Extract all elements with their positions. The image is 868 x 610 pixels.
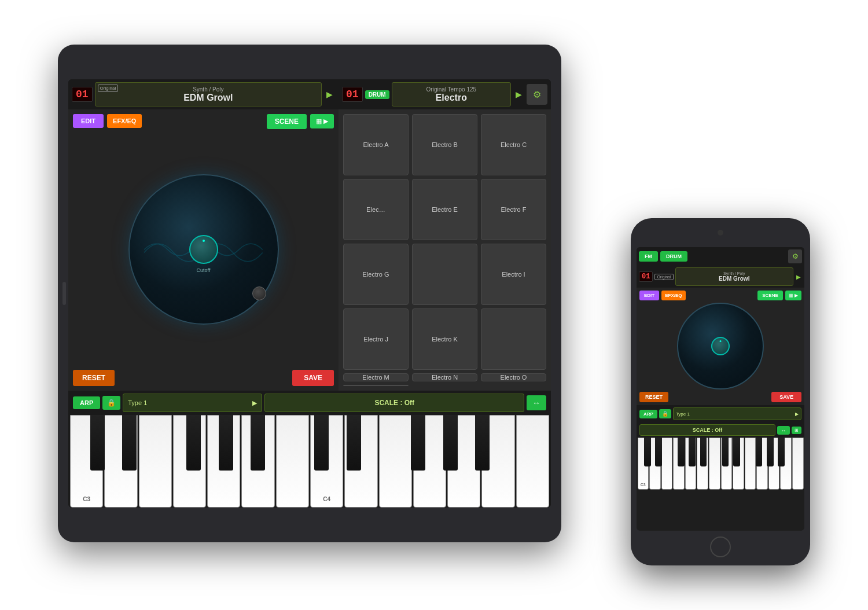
drum-pad-p[interactable] bbox=[343, 385, 409, 386]
edit-button[interactable]: EDIT bbox=[73, 114, 104, 128]
side-knob[interactable] bbox=[252, 286, 266, 300]
phone-piano[interactable]: C3 bbox=[637, 438, 804, 490]
phone-edit-button[interactable]: EDIT bbox=[639, 291, 659, 300]
phone-key-e3[interactable] bbox=[661, 438, 673, 490]
phone-key-fs4[interactable] bbox=[756, 438, 763, 466]
settings-button[interactable]: ⚙ bbox=[527, 84, 547, 105]
phone-reset-button[interactable]: RESET bbox=[639, 392, 668, 402]
scene-button[interactable]: SCENE bbox=[267, 114, 307, 129]
phone-scene-button[interactable]: SCENE bbox=[757, 291, 783, 300]
phone-next-arrow[interactable]: ▶ bbox=[795, 274, 802, 280]
key-cs3[interactable] bbox=[90, 415, 105, 471]
key-as4[interactable] bbox=[475, 415, 490, 471]
phone-scale-display[interactable]: SCALE : Off bbox=[639, 424, 775, 436]
cutoff-knob[interactable]: Cutoff bbox=[189, 235, 218, 264]
drum-pad-f[interactable]: Electro F bbox=[481, 179, 546, 240]
key-cs4[interactable] bbox=[314, 415, 329, 471]
phone-cutoff-knob[interactable] bbox=[711, 337, 730, 355]
reset-button[interactable]: RESET bbox=[73, 370, 115, 386]
synth-patch-name: EDM Growl bbox=[183, 93, 233, 103]
phone-key-ds4[interactable] bbox=[733, 438, 740, 466]
phone-lock-button[interactable]: 🔒 bbox=[659, 409, 671, 418]
phone-patch-name: EDM Growl bbox=[719, 275, 749, 282]
tablet-piano[interactable]: C3 C4 bbox=[68, 415, 551, 508]
drum-pad-g[interactable]: Electro G bbox=[343, 244, 409, 305]
phone-key-gs4[interactable] bbox=[767, 438, 774, 466]
key-ds4[interactable] bbox=[347, 415, 361, 471]
efxeq-button[interactable]: EFX/EQ bbox=[107, 114, 142, 128]
synth-patch-type: Synth / Poly bbox=[193, 86, 223, 93]
phone-key-b3[interactable] bbox=[709, 438, 720, 490]
phone-key-e4[interactable] bbox=[745, 438, 756, 490]
phone-key-cs3[interactable] bbox=[644, 438, 651, 466]
synth-panel: EDIT EFX/EQ SCENE ▦ ▶ bbox=[68, 109, 339, 391]
drum-pad-d[interactable]: Elec… bbox=[343, 179, 409, 240]
drum-pad-i[interactable]: Electro I bbox=[481, 244, 546, 305]
phone-type-label: Type 1 bbox=[676, 411, 690, 417]
save-button[interactable]: SAVE bbox=[292, 370, 334, 386]
type-selector[interactable]: Type 1 ▶ bbox=[123, 394, 262, 412]
tablet-drum-header: 01 DRUM Original Tempo 125 Electro ▶ ⚙ bbox=[339, 79, 551, 109]
drum-pad-k[interactable]: Electro K bbox=[412, 308, 477, 370]
c3-label: C3 bbox=[83, 496, 90, 502]
lock-button[interactable]: 🔒 bbox=[102, 396, 120, 410]
key-e3[interactable] bbox=[139, 415, 172, 508]
key-as3[interactable] bbox=[251, 415, 265, 471]
phone-arp-bar: ARP 🔒 Type 1 ▶ bbox=[637, 405, 804, 422]
phone-scale-bar: SCALE : Off ↔ ⊞ bbox=[637, 422, 804, 438]
key-e4[interactable] bbox=[379, 415, 412, 508]
phone-key-fs3[interactable] bbox=[678, 438, 685, 466]
synth-patch-number: 01 bbox=[72, 87, 93, 102]
type-label: Type 1 bbox=[128, 399, 147, 406]
drum-pad-b[interactable]: Electro B bbox=[412, 114, 477, 175]
drum-pad-n[interactable]: Electro N bbox=[412, 373, 477, 381]
phone-top-buttons: EDIT EFX/EQ SCENE ▦ ▶ bbox=[639, 291, 801, 300]
fm-button[interactable]: FM bbox=[639, 251, 658, 262]
phone-grid-button[interactable]: ⊞ bbox=[792, 427, 801, 434]
key-gs3[interactable] bbox=[219, 415, 233, 471]
key-fs4[interactable] bbox=[411, 415, 425, 471]
phone-seq-button[interactable]: ▦ ▶ bbox=[785, 291, 801, 300]
phone-save-button[interactable]: SAVE bbox=[771, 392, 801, 402]
phone-key-cs4[interactable] bbox=[722, 438, 729, 466]
drum-pad-e[interactable]: Electro E bbox=[412, 179, 477, 240]
tablet-app: 01 Original Synth / Poly EDM Growl ▶ 01 … bbox=[68, 79, 551, 508]
drum-pad-a[interactable]: Electro A bbox=[343, 114, 409, 175]
tablet-header-row: 01 Original Synth / Poly EDM Growl ▶ 01 … bbox=[68, 79, 551, 109]
synth-next-arrow[interactable]: ▶ bbox=[324, 90, 335, 99]
phone-type-selector[interactable]: Type 1 ▶ bbox=[673, 407, 801, 420]
phone-arrows-button[interactable]: ↔ bbox=[777, 426, 790, 435]
phone-key-as4[interactable] bbox=[778, 438, 785, 466]
phone-knob-dot bbox=[720, 340, 722, 342]
phone-synth-panel: EDIT EFX/EQ SCENE ▦ ▶ RESET SAVE bbox=[637, 288, 804, 405]
synth-top-buttons: EDIT EFX/EQ SCENE ▦ ▶ bbox=[73, 114, 334, 129]
drum-pad-c[interactable]: Electro C bbox=[481, 114, 546, 175]
phone-settings-button[interactable]: ⚙ bbox=[788, 249, 802, 263]
arp-button[interactable]: ARP bbox=[73, 396, 100, 409]
drum-mode-button[interactable]: DRUM bbox=[660, 251, 687, 262]
phone-disc[interactable] bbox=[677, 303, 764, 389]
scale-display[interactable]: SCALE : Off bbox=[264, 394, 524, 412]
phone-key-as3[interactable] bbox=[700, 438, 707, 466]
phone-key-b4[interactable] bbox=[792, 438, 804, 490]
phone-key-gs3[interactable] bbox=[689, 438, 696, 466]
key-b4[interactable] bbox=[516, 415, 549, 508]
drum-pad-h[interactable] bbox=[412, 244, 477, 305]
drum-pad-m[interactable]: Electro M bbox=[343, 373, 409, 381]
tablet-synth-header: 01 Original Synth / Poly EDM Growl ▶ bbox=[68, 79, 339, 109]
arrows-button[interactable]: ↔ bbox=[527, 395, 546, 410]
drum-pad-l[interactable] bbox=[481, 308, 546, 370]
phone-arp-button[interactable]: ARP bbox=[639, 410, 657, 418]
drum-pad-j[interactable]: Electro J bbox=[343, 308, 409, 370]
drum-next-arrow[interactable]: ▶ bbox=[513, 90, 524, 99]
phone-efxeq-button[interactable]: EFX/EQ bbox=[661, 291, 685, 300]
seq-button[interactable]: ▦ ▶ bbox=[310, 114, 334, 128]
synth-disc[interactable]: Cutoff bbox=[128, 174, 279, 325]
key-b3[interactable] bbox=[276, 415, 309, 508]
phone-key-ds3[interactable] bbox=[655, 438, 662, 466]
phone-patch-display: Synth / Poly EDM Growl bbox=[675, 267, 793, 286]
key-fs3[interactable] bbox=[186, 415, 201, 471]
key-gs4[interactable] bbox=[443, 415, 458, 471]
key-ds3[interactable] bbox=[122, 415, 137, 471]
drum-pad-o[interactable]: Electro O bbox=[481, 373, 546, 381]
